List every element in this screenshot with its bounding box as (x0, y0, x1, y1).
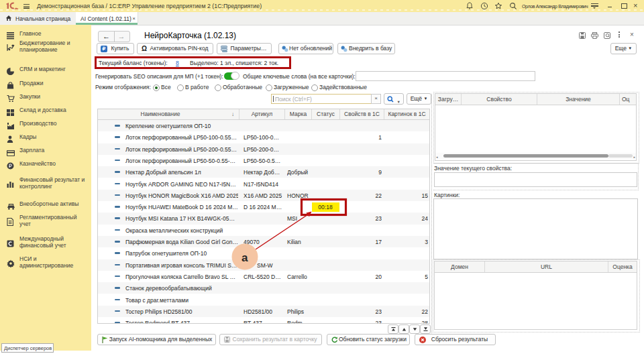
svg-text:a: a (241, 251, 248, 264)
